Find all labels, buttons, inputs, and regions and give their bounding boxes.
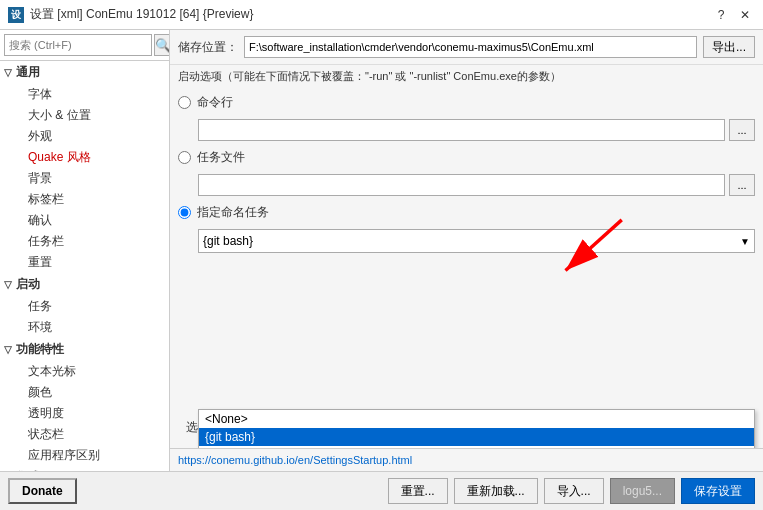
sidebar-item-colors[interactable]: 颜色 [0, 382, 169, 403]
main-layout: 🔍 ▽ 通用 字体 大小 & 位置 外观 Quake 风格 [0, 30, 763, 471]
popup-item-gitbash-selected[interactable]: {git bash} [199, 428, 754, 446]
sidebar: 🔍 ▽ 通用 字体 大小 & 位置 外观 Quake 风格 [0, 30, 170, 471]
sidebar-item-label: 背景 [28, 170, 52, 187]
dropdown-value: {git bash} [203, 234, 740, 248]
radio-named-task-label[interactable]: 指定命名任务 [197, 204, 269, 221]
radio-taskfile[interactable] [178, 151, 191, 164]
import-button[interactable]: 导入... [544, 478, 604, 504]
expand-arrow: ▽ [4, 279, 16, 290]
dropdown-popup: <None> {git bash} {PowerShell::PowerShel… [198, 409, 755, 448]
sidebar-item-label: 应用程序区别 [28, 447, 100, 464]
sidebar-item-label: 颜色 [28, 384, 52, 401]
sidebar-item-text-cursor[interactable]: 文本光标 [0, 361, 169, 382]
export-button[interactable]: 导出... [703, 36, 755, 58]
sidebar-item-label: 标签栏 [28, 191, 64, 208]
window-title: 设置 [xml] ConEmu 191012 [64] {Preview} [30, 6, 711, 23]
sidebar-item-label: Quake 风格 [28, 149, 91, 166]
sidebar-item-tasks[interactable]: 任务 [0, 296, 169, 317]
expand-arrow: ▽ [4, 67, 16, 78]
sidebar-item-label: 通用 [16, 64, 40, 81]
radio-cmdline-label[interactable]: 命令行 [197, 94, 233, 111]
tree-container: ▽ 通用 字体 大小 & 位置 外观 Quake 风格 背景 [0, 61, 169, 471]
title-controls: ? ✕ [711, 5, 755, 25]
title-bar: 设 设置 [xml] ConEmu 191012 [64] {Preview} … [0, 0, 763, 30]
form-area: 命令行 ... 任务文件 ... 指定命名任务 [170, 88, 763, 448]
reload-button[interactable]: 重新加载... [454, 478, 538, 504]
sidebar-item-quake[interactable]: Quake 风格 [0, 147, 169, 168]
app-icon: 设 [8, 7, 24, 23]
search-input[interactable] [4, 34, 152, 56]
sidebar-item-label: 重置 [28, 254, 52, 271]
sidebar-item-transparency[interactable]: 透明度 [0, 403, 169, 424]
description-text: 启动选项（可能在下面情况下被覆盖："-run" 或 "-runlist" Con… [170, 65, 763, 88]
sidebar-item-label: 功能特性 [16, 341, 64, 358]
sidebar-item-label: 任务 [28, 298, 52, 315]
bottom-bar: Donate 重置... 重新加载... 导入... logu5... 保存设置 [0, 471, 763, 510]
sidebar-item-label: 环境 [28, 319, 52, 336]
sidebar-item-tabs[interactable]: 标签栏 [0, 189, 169, 210]
radio-namedtask-row: 指定命名任务 [178, 204, 755, 221]
sidebar-item-status-bar[interactable]: 状态栏 [0, 424, 169, 445]
radio-taskfile-label[interactable]: 任务文件 [197, 149, 245, 166]
reset-button[interactable]: 重置... [388, 478, 448, 504]
radio-cmdline[interactable] [178, 96, 191, 109]
sidebar-item-label: 确认 [28, 212, 52, 229]
donate-button[interactable]: Donate [8, 478, 77, 504]
sidebar-item-label: 外观 [28, 128, 52, 145]
expand-arrow: ▽ [4, 344, 16, 355]
storage-path-input[interactable] [244, 36, 697, 58]
cmdline-input-row: ... [178, 119, 755, 141]
close-button[interactable]: ✕ [735, 5, 755, 25]
named-task-dropdown-wrapper: {git bash} ▼ <None> {git bash} {PowerShe… [178, 229, 755, 253]
sidebar-item-environment[interactable]: 环境 [0, 317, 169, 338]
sidebar-item-taskbar[interactable]: 任务栏 [0, 231, 169, 252]
taskfile-browse-button[interactable]: ... [729, 174, 755, 196]
help-button[interactable]: ? [711, 5, 731, 25]
sidebar-item-app-distinct[interactable]: 应用程序区别 [0, 445, 169, 466]
taskfile-input-row: ... [178, 174, 755, 196]
sidebar-item-label: 大小 & 位置 [28, 107, 91, 124]
taskfile-input[interactable] [198, 174, 725, 196]
help-link[interactable]: https://conemu.github.io/en/SettingsStar… [178, 454, 412, 466]
sidebar-item-label: 启动 [16, 276, 40, 293]
sidebar-item-label: 文本光标 [28, 363, 76, 380]
radio-taskfile-row: 任务文件 [178, 149, 755, 166]
content-area: 储存位置： 导出... 启动选项（可能在下面情况下被覆盖："-run" 或 "-… [170, 30, 763, 471]
sidebar-item-label: 状态栏 [28, 426, 64, 443]
cmdline-input[interactable] [198, 119, 725, 141]
sidebar-item-label: 透明度 [28, 405, 64, 422]
link-bar: https://conemu.github.io/en/SettingsStar… [170, 448, 763, 471]
search-box: 🔍 [0, 30, 169, 61]
top-bar: 储存位置： 导出... [170, 30, 763, 65]
storage-label: 储存位置： [178, 39, 238, 56]
blurred-button[interactable]: logu5... [610, 478, 675, 504]
dropdown-arrow-icon: ▼ [740, 236, 750, 247]
sidebar-item-font[interactable]: 字体 [0, 84, 169, 105]
sidebar-item-confirm[interactable]: 确认 [0, 210, 169, 231]
sidebar-item-background[interactable]: 背景 [0, 168, 169, 189]
sidebar-item-update[interactable]: 重置 [0, 252, 169, 273]
popup-item-ps-admin[interactable]: {PowerShell::PowerShell as Admin} [199, 446, 754, 448]
sidebar-item-label: 字体 [28, 86, 52, 103]
sidebar-item-features[interactable]: ▽ 功能特性 [0, 338, 169, 361]
sidebar-item-appearance[interactable]: 外观 [0, 126, 169, 147]
radio-cmdline-row: 命令行 [178, 94, 755, 111]
sidebar-item-label: 任务栏 [28, 233, 64, 250]
popup-item-none[interactable]: <None> [199, 410, 754, 428]
radio-named-task[interactable] [178, 206, 191, 219]
sidebar-item-general[interactable]: ▽ 通用 [0, 61, 169, 84]
sidebar-item-size-pos[interactable]: 大小 & 位置 [0, 105, 169, 126]
cmdline-browse-button[interactable]: ... [729, 119, 755, 141]
save-button[interactable]: 保存设置 [681, 478, 755, 504]
search-button[interactable]: 🔍 [154, 34, 170, 56]
named-task-dropdown[interactable]: {git bash} ▼ [198, 229, 755, 253]
sidebar-item-startup[interactable]: ▽ 启动 [0, 273, 169, 296]
